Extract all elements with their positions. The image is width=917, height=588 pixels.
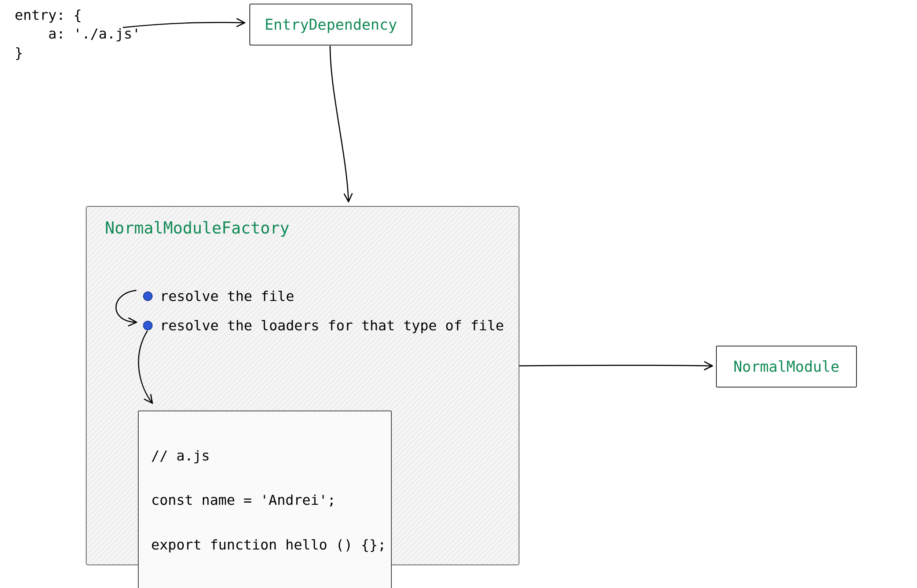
arrow-factory-to-normalmodule <box>519 365 712 366</box>
entry-dependency-box: EntryDependency <box>249 4 412 45</box>
arrow-entry-to-dependency <box>123 23 244 27</box>
file-content-box: // a.js const name = 'Andrei'; export fu… <box>138 410 392 588</box>
file-content: // a.js const name = 'Andrei'; export fu… <box>151 447 386 553</box>
diagram-canvas: entry: { a: './a.js' } EntryDependency N… <box>0 0 917 588</box>
bullet-icon <box>143 321 153 330</box>
factory-step-2: resolve the loaders for that type of fil… <box>143 317 504 334</box>
factory-step-1: resolve the file <box>143 288 294 304</box>
normal-module-label: NormalModule <box>734 358 839 375</box>
arrow-dependency-to-factory <box>330 46 348 201</box>
entry-config-snippet: entry: { a: './a.js' } <box>15 6 141 62</box>
factory-step-2-label: resolve the loaders for that type of fil… <box>160 317 504 334</box>
normal-module-factory-title: NormalModuleFactory <box>105 218 289 237</box>
bullet-icon <box>143 291 153 301</box>
factory-step-1-label: resolve the file <box>160 288 294 304</box>
entry-dependency-label: EntryDependency <box>264 16 397 33</box>
normal-module-box: NormalModule <box>716 346 857 388</box>
normal-module-factory-panel: NormalModuleFactory resolve the file res… <box>86 206 519 565</box>
